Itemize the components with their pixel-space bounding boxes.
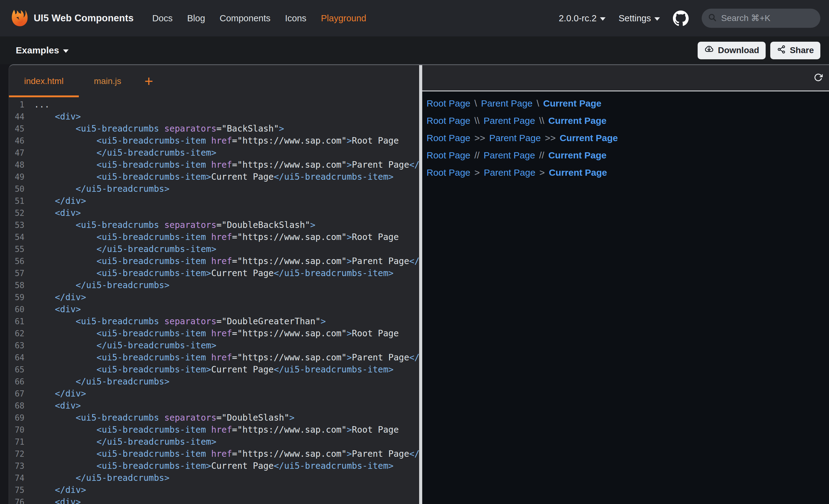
code-line: 76 <div>: [9, 496, 419, 504]
code-line: 58 </ui5-breadcrumbs>: [9, 279, 419, 291]
preview-content: Root Page\Parent Page\Current PageRoot P…: [422, 91, 829, 504]
tab-main-js[interactable]: main.js: [79, 65, 137, 97]
breadcrumb-link[interactable]: Parent Page: [489, 133, 541, 143]
code-text: <ui5-breadcrumbs-item>Current Page</ui5-…: [34, 268, 394, 278]
code-text: <ui5-breadcrumbs separators="DoubleGreat…: [34, 316, 326, 326]
playground-panels: index.htmlmain.js + 1...44 <div>45 <ui5-…: [9, 64, 829, 504]
search-input[interactable]: [721, 13, 814, 23]
code-line: 73 <ui5-breadcrumbs-item>Current Page</u…: [9, 460, 419, 472]
line-number: 74: [9, 473, 25, 483]
code-line: 54 <ui5-breadcrumbs-item href="https://w…: [9, 231, 419, 243]
breadcrumb-link[interactable]: Root Page: [427, 98, 470, 109]
breadcrumb-current: Current Page: [549, 167, 607, 178]
code-text: <ui5-breadcrumbs-item>Current Page</ui5-…: [34, 364, 394, 375]
refresh-button[interactable]: [812, 72, 824, 84]
breadcrumb-link[interactable]: Parent Page: [484, 167, 535, 178]
breadcrumb-link[interactable]: Root Page: [427, 167, 470, 178]
nav-link-icons[interactable]: Icons: [285, 13, 306, 24]
code-line: 1...: [9, 99, 419, 111]
share-nodes-icon: [777, 45, 786, 56]
code-text: <ui5-breadcrumbs-item href="https://www.…: [34, 256, 419, 266]
breadcrumb-link[interactable]: Parent Page: [483, 150, 535, 161]
code-text: ...: [34, 100, 50, 110]
breadcrumb-separator: //: [474, 150, 480, 161]
code-text: <ui5-breadcrumbs-item>Current Page</ui5-…: [34, 461, 394, 471]
breadcrumb-separator: \\: [539, 116, 544, 126]
code-text: <ui5-breadcrumbs-item href="https://www.…: [34, 328, 399, 339]
add-tab-button[interactable]: +: [136, 65, 161, 97]
code-text: <div>: [34, 208, 81, 218]
breadcrumb-link[interactable]: Root Page: [427, 116, 470, 126]
code-line: 46 <ui5-breadcrumbs-item href="https://w…: [9, 134, 419, 147]
code-line: 69 <ui5-breadcrumbs separators="DoubleSl…: [9, 412, 419, 424]
nav-link-components[interactable]: Components: [220, 13, 271, 24]
code-editor-panel: index.htmlmain.js + 1...44 <div>45 <ui5-…: [9, 65, 419, 504]
code-text: </ui5-breadcrumbs>: [34, 473, 169, 483]
download-button[interactable]: Download: [698, 42, 766, 59]
breadcrumb-separator: \: [537, 98, 539, 109]
line-number: 56: [9, 257, 25, 266]
code-line: 63 </ui5-breadcrumbs-item>: [9, 339, 419, 351]
brand-link[interactable]: UI5 Web Components: [10, 7, 134, 29]
breadcrumb-separator: //: [539, 150, 544, 161]
line-number: 70: [9, 425, 25, 434]
code-line: 72 <ui5-breadcrumbs-item href="https://w…: [9, 448, 419, 460]
code-text: </ui5-breadcrumbs-item>: [34, 148, 216, 158]
line-number: 72: [9, 449, 25, 459]
preview-panel: Root Page\Parent Page\Current PageRoot P…: [422, 65, 829, 504]
line-number: 62: [9, 329, 25, 338]
breadcrumb-link[interactable]: Root Page: [427, 133, 470, 143]
breadcrumb-link[interactable]: Parent Page: [483, 116, 535, 126]
code-text: <div>: [34, 304, 81, 314]
code-line: 66 </ui5-breadcrumbs>: [9, 376, 419, 388]
line-number: 60: [9, 305, 25, 314]
code-text: <ui5-breadcrumbs separators="BackSlash">: [34, 123, 284, 134]
panel-resizer[interactable]: [419, 65, 422, 504]
breadcrumb-separator: >: [539, 167, 545, 178]
code-text: <div>: [34, 400, 81, 411]
examples-label: Examples: [16, 45, 59, 55]
breadcrumb-link[interactable]: Parent Page: [481, 98, 533, 109]
code-line: 62 <ui5-breadcrumbs-item href="https://w…: [9, 327, 419, 339]
code-line: 57 <ui5-breadcrumbs-item>Current Page</u…: [9, 267, 419, 279]
share-label: Share: [790, 45, 814, 55]
code-line: 61 <ui5-breadcrumbs separators="DoubleGr…: [9, 315, 419, 327]
nav-link-playground[interactable]: Playground: [321, 13, 366, 24]
code-text: <ui5-breadcrumbs-item href="https://www.…: [34, 160, 419, 170]
github-icon[interactable]: [673, 10, 689, 26]
code-line: 67 </div>: [9, 388, 419, 400]
top-header: UI5 Web Components DocsBlogComponentsIco…: [0, 0, 829, 36]
cloud-download-icon: [704, 44, 714, 56]
version-menu[interactable]: 2.0.0-rc.2: [559, 13, 606, 24]
share-button[interactable]: Share: [770, 42, 820, 59]
nav-link-docs[interactable]: Docs: [152, 13, 173, 24]
line-number: 45: [9, 124, 25, 133]
line-number: 64: [9, 353, 25, 362]
code-line: 56 <ui5-breadcrumbs-item href="https://w…: [9, 255, 419, 267]
code-text: <ui5-breadcrumbs separators="DoubleSlash…: [34, 413, 295, 423]
code-line: 45 <ui5-breadcrumbs separators="BackSlas…: [9, 123, 419, 134]
line-number: 66: [9, 377, 25, 386]
code-line: 74 </ui5-breadcrumbs>: [9, 472, 419, 484]
code-line: 50 </ui5-breadcrumbs>: [9, 183, 419, 195]
code-line: 52 <div>: [9, 207, 419, 219]
breadcrumb-current: Current Page: [548, 150, 607, 161]
examples-menu[interactable]: Examples: [16, 45, 69, 55]
tab-index-html[interactable]: index.html: [9, 65, 79, 97]
code-text: <ui5-breadcrumbs-item href="https://www.…: [34, 352, 419, 362]
line-number: 54: [9, 233, 25, 242]
breadcrumb-link[interactable]: Root Page: [427, 150, 470, 161]
code-line: 70 <ui5-breadcrumbs-item href="https://w…: [9, 424, 419, 436]
line-number: 50: [9, 184, 25, 194]
line-number: 76: [9, 498, 25, 504]
line-number: 75: [9, 486, 25, 495]
settings-menu[interactable]: Settings: [618, 13, 660, 24]
line-number: 59: [9, 293, 25, 302]
line-number: 47: [9, 148, 25, 157]
search-icon: [708, 13, 717, 24]
line-number: 52: [9, 208, 25, 218]
nav-link-blog[interactable]: Blog: [187, 13, 205, 24]
line-number: 49: [9, 172, 25, 182]
preview-toolbar: [422, 65, 829, 91]
code-editor[interactable]: 1...44 <div>45 <ui5-breadcrumbs separato…: [9, 97, 419, 504]
